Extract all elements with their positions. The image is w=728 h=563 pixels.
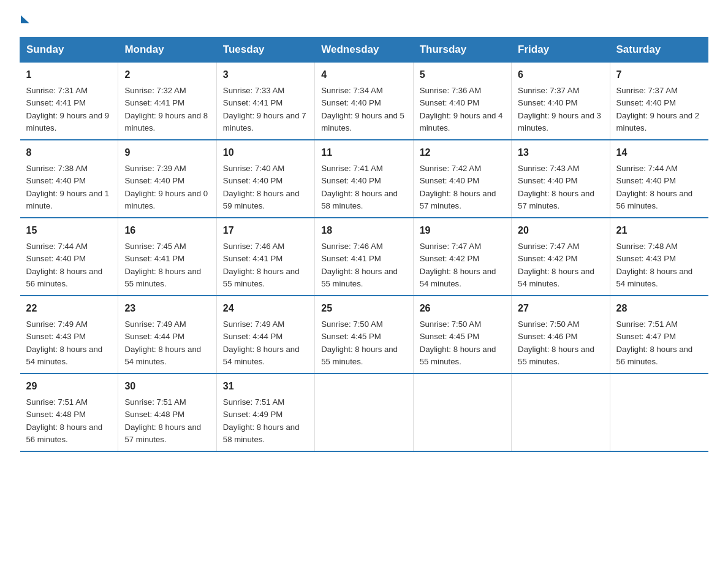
calendar-cell: 17 Sunrise: 7:46 AM Sunset: 4:41 PM Dayl… <box>216 218 314 296</box>
calendar-cell: 13 Sunrise: 7:43 AM Sunset: 4:40 PM Dayl… <box>512 140 610 218</box>
day-sunset: Sunset: 4:40 PM <box>321 176 381 185</box>
day-daylight: Daylight: 8 hours and 54 minutes. <box>518 267 594 288</box>
day-sunset: Sunset: 4:41 PM <box>26 98 86 107</box>
day-number: 1 <box>26 67 112 82</box>
day-sunset: Sunset: 4:42 PM <box>420 254 480 263</box>
calendar-week-row: 8 Sunrise: 7:38 AM Sunset: 4:40 PM Dayli… <box>20 140 708 218</box>
day-sunset: Sunset: 4:43 PM <box>616 254 677 263</box>
day-sunrise: Sunrise: 7:51 AM <box>124 397 186 407</box>
day-sunset: Sunset: 4:47 PM <box>616 332 677 341</box>
day-sunrise: Sunrise: 7:41 AM <box>321 164 382 173</box>
day-daylight: Daylight: 8 hours and 58 minutes. <box>321 189 398 210</box>
day-sunset: Sunset: 4:40 PM <box>518 176 578 185</box>
day-sunrise: Sunrise: 7:49 AM <box>26 320 88 329</box>
day-sunset: Sunset: 4:41 PM <box>124 254 184 263</box>
calendar-cell: 22 Sunrise: 7:49 AM Sunset: 4:43 PM Dayl… <box>20 296 118 373</box>
day-sunrise: Sunrise: 7:51 AM <box>26 397 88 407</box>
calendar-week-row: 15 Sunrise: 7:44 AM Sunset: 4:40 PM Dayl… <box>20 218 708 296</box>
day-number: 10 <box>223 145 308 160</box>
day-daylight: Daylight: 9 hours and 5 minutes. <box>321 111 404 132</box>
day-daylight: Daylight: 8 hours and 57 minutes. <box>420 189 496 210</box>
column-header-monday: Monday <box>118 37 216 63</box>
day-number: 11 <box>321 145 406 160</box>
day-daylight: Daylight: 8 hours and 56 minutes. <box>26 267 103 288</box>
day-sunrise: Sunrise: 7:46 AM <box>223 242 284 251</box>
day-number: 23 <box>124 301 210 316</box>
day-daylight: Daylight: 8 hours and 55 minutes. <box>420 345 496 366</box>
day-sunrise: Sunrise: 7:31 AM <box>26 86 88 95</box>
day-number: 25 <box>321 301 406 316</box>
day-daylight: Daylight: 8 hours and 54 minutes. <box>223 345 300 366</box>
calendar-cell: 20 Sunrise: 7:47 AM Sunset: 4:42 PM Dayl… <box>512 218 610 296</box>
day-sunrise: Sunrise: 7:45 AM <box>124 242 186 251</box>
column-header-sunday: Sunday <box>20 37 118 63</box>
day-daylight: Daylight: 8 hours and 55 minutes. <box>321 345 398 366</box>
day-daylight: Daylight: 8 hours and 56 minutes. <box>616 345 693 366</box>
day-number: 19 <box>420 223 505 238</box>
calendar-cell: 29 Sunrise: 7:51 AM Sunset: 4:48 PM Dayl… <box>20 373 118 451</box>
day-sunset: Sunset: 4:48 PM <box>26 410 86 419</box>
day-number: 27 <box>518 301 603 316</box>
day-sunrise: Sunrise: 7:47 AM <box>420 242 481 251</box>
day-sunrise: Sunrise: 7:49 AM <box>223 320 284 329</box>
calendar-cell: 4 Sunrise: 7:34 AM Sunset: 4:40 PM Dayli… <box>315 63 413 140</box>
page-header <box>20 15 708 26</box>
day-sunrise: Sunrise: 7:33 AM <box>223 86 284 95</box>
day-sunrise: Sunrise: 7:37 AM <box>616 86 678 95</box>
day-number: 15 <box>26 223 112 238</box>
day-daylight: Daylight: 8 hours and 54 minutes. <box>616 267 693 288</box>
day-daylight: Daylight: 9 hours and 9 minutes. <box>26 111 110 132</box>
day-sunrise: Sunrise: 7:34 AM <box>321 86 382 95</box>
day-daylight: Daylight: 8 hours and 54 minutes. <box>420 267 496 288</box>
calendar-cell: 3 Sunrise: 7:33 AM Sunset: 4:41 PM Dayli… <box>216 63 314 140</box>
day-number: 26 <box>420 301 505 316</box>
day-sunrise: Sunrise: 7:48 AM <box>616 242 678 251</box>
day-sunset: Sunset: 4:40 PM <box>518 98 578 107</box>
day-number: 28 <box>616 301 702 316</box>
day-number: 16 <box>124 223 210 238</box>
day-sunrise: Sunrise: 7:43 AM <box>518 164 579 173</box>
day-sunrise: Sunrise: 7:39 AM <box>124 164 186 173</box>
day-daylight: Daylight: 9 hours and 7 minutes. <box>223 111 306 132</box>
day-sunrise: Sunrise: 7:40 AM <box>223 164 284 173</box>
calendar-cell: 2 Sunrise: 7:32 AM Sunset: 4:41 PM Dayli… <box>118 63 216 140</box>
calendar-cell: 11 Sunrise: 7:41 AM Sunset: 4:40 PM Dayl… <box>315 140 413 218</box>
day-sunrise: Sunrise: 7:46 AM <box>321 242 382 251</box>
day-sunset: Sunset: 4:40 PM <box>26 254 86 263</box>
day-number: 14 <box>616 145 702 160</box>
day-sunset: Sunset: 4:40 PM <box>420 176 480 185</box>
day-number: 9 <box>124 145 210 160</box>
day-number: 5 <box>420 67 505 82</box>
day-daylight: Daylight: 8 hours and 56 minutes. <box>26 423 103 444</box>
calendar-cell: 14 Sunrise: 7:44 AM Sunset: 4:40 PM Dayl… <box>610 140 708 218</box>
day-sunset: Sunset: 4:45 PM <box>321 332 381 341</box>
column-header-thursday: Thursday <box>413 37 511 63</box>
day-number: 21 <box>616 223 702 238</box>
day-sunrise: Sunrise: 7:44 AM <box>616 164 678 173</box>
calendar-cell: 25 Sunrise: 7:50 AM Sunset: 4:45 PM Dayl… <box>315 296 413 373</box>
column-header-saturday: Saturday <box>610 37 708 63</box>
calendar-cell: 31 Sunrise: 7:51 AM Sunset: 4:49 PM Dayl… <box>216 373 314 451</box>
day-daylight: Daylight: 9 hours and 2 minutes. <box>616 111 700 132</box>
day-sunset: Sunset: 4:42 PM <box>518 254 578 263</box>
day-daylight: Daylight: 8 hours and 54 minutes. <box>26 345 103 366</box>
day-sunrise: Sunrise: 7:44 AM <box>26 242 88 251</box>
day-number: 8 <box>26 145 112 160</box>
calendar-cell: 5 Sunrise: 7:36 AM Sunset: 4:40 PM Dayli… <box>413 63 511 140</box>
calendar-cell: 6 Sunrise: 7:37 AM Sunset: 4:40 PM Dayli… <box>512 63 610 140</box>
day-number: 22 <box>26 301 112 316</box>
day-daylight: Daylight: 8 hours and 55 minutes. <box>321 267 398 288</box>
calendar-week-row: 22 Sunrise: 7:49 AM Sunset: 4:43 PM Dayl… <box>20 296 708 373</box>
calendar-cell: 10 Sunrise: 7:40 AM Sunset: 4:40 PM Dayl… <box>216 140 314 218</box>
calendar-cell <box>413 373 511 451</box>
calendar-cell: 7 Sunrise: 7:37 AM Sunset: 4:40 PM Dayli… <box>610 63 708 140</box>
day-sunset: Sunset: 4:41 PM <box>124 98 184 107</box>
calendar-cell: 1 Sunrise: 7:31 AM Sunset: 4:41 PM Dayli… <box>20 63 118 140</box>
calendar-cell: 15 Sunrise: 7:44 AM Sunset: 4:40 PM Dayl… <box>20 218 118 296</box>
day-sunrise: Sunrise: 7:36 AM <box>420 86 481 95</box>
calendar-cell: 26 Sunrise: 7:50 AM Sunset: 4:45 PM Dayl… <box>413 296 511 373</box>
calendar-header-row: SundayMondayTuesdayWednesdayThursdayFrid… <box>20 37 708 63</box>
day-number: 13 <box>518 145 603 160</box>
day-sunset: Sunset: 4:43 PM <box>26 332 86 341</box>
day-sunset: Sunset: 4:45 PM <box>420 332 480 341</box>
